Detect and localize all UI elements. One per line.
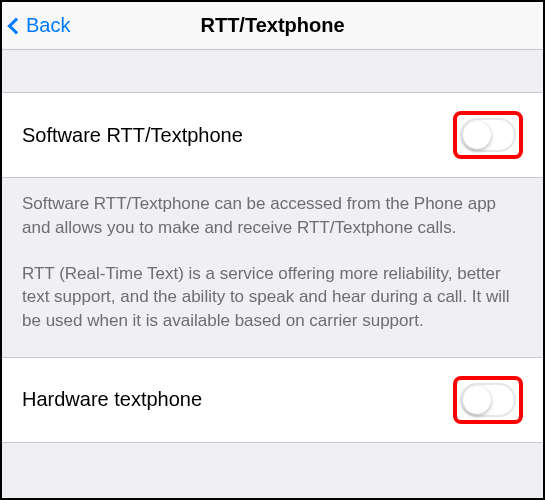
chevron-left-icon	[8, 17, 25, 34]
back-label: Back	[26, 14, 70, 37]
nav-bar: Back RTT/Textphone	[2, 2, 543, 50]
toggle-knob	[463, 386, 491, 414]
setting-hardware-textphone: Hardware textphone	[2, 357, 543, 443]
info-paragraph: Software RTT/Textphone can be accessed f…	[22, 192, 523, 240]
toggle-knob	[463, 121, 491, 149]
info-section: Software RTT/Textphone can be accessed f…	[2, 178, 543, 357]
setting-label: Software RTT/Textphone	[22, 124, 243, 147]
back-button[interactable]: Back	[2, 14, 70, 37]
setting-software-rtt: Software RTT/Textphone	[2, 92, 543, 178]
software-rtt-toggle[interactable]	[460, 118, 516, 152]
page-title: RTT/Textphone	[200, 14, 344, 37]
info-paragraph: RTT (Real-Time Text) is a service offeri…	[22, 262, 523, 333]
hardware-textphone-toggle[interactable]	[460, 383, 516, 417]
toggle-highlight	[453, 376, 523, 424]
toggle-highlight	[453, 111, 523, 159]
setting-label: Hardware textphone	[22, 388, 202, 411]
section-spacer	[2, 50, 543, 92]
